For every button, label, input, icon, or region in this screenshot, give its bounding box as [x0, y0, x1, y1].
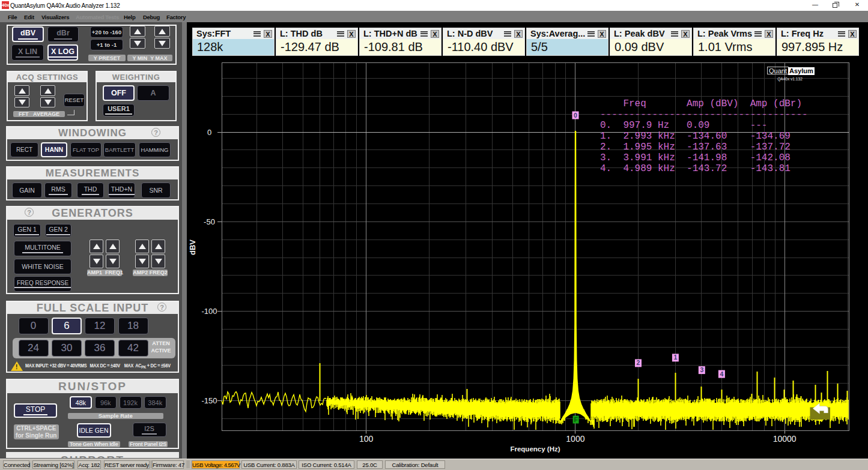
svg-text:4: 4: [720, 370, 723, 378]
svg-text:1000: 1000: [566, 434, 584, 444]
svg-text:0: 0: [574, 112, 577, 119]
svg-text:F: F: [574, 416, 578, 423]
svg-text:3: 3: [700, 366, 703, 373]
svg-text:10000: 10000: [773, 434, 797, 444]
svg-text:0: 0: [207, 128, 211, 137]
svg-text:1: 1: [673, 354, 677, 361]
svg-text:100: 100: [359, 434, 374, 444]
svg-text:-50: -50: [204, 217, 215, 226]
svg-text:-150: -150: [201, 396, 217, 405]
svg-text:2: 2: [637, 359, 640, 366]
svg-text:-100: -100: [201, 307, 217, 316]
svg-text:Frequency (Hz): Frequency (Hz): [510, 445, 560, 453]
svg-text:dBV: dBV: [188, 240, 197, 255]
